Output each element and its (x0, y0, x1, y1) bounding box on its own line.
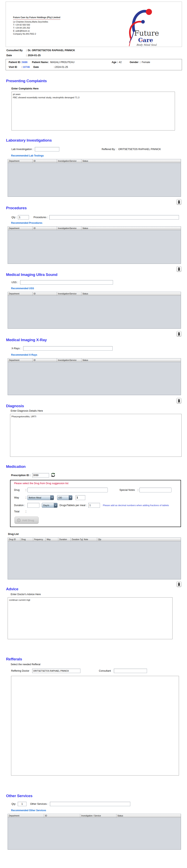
recommended-xray-label: Recommended X-Rays (11, 353, 187, 356)
referral-inputs-row: Reffering Doctor Consultant (11, 669, 187, 673)
drug-list-label: Drug List (8, 533, 187, 535)
patient-id-label: Patient ID (9, 61, 20, 64)
reffering-doctor-input[interactable] (32, 669, 80, 673)
special-notes-input[interactable] (139, 488, 172, 492)
procedures-table-body[interactable] (8, 230, 181, 264)
column-header-note: Note (83, 538, 97, 541)
section-title-procedures: Procedures (6, 206, 187, 210)
way-select[interactable]: Before Meal ▼ (27, 495, 54, 500)
prescription-id-input[interactable] (32, 473, 49, 477)
total-label: Total (14, 510, 25, 513)
drug-delete-row (0, 582, 187, 587)
column-header-department: Department (8, 292, 33, 296)
consultant-input[interactable] (114, 669, 147, 673)
column-header-status: Status (116, 814, 181, 818)
delete-uss-row-button[interactable] (177, 331, 181, 337)
frequency-qty-input[interactable] (76, 495, 85, 500)
xray-table-body[interactable] (8, 362, 181, 395)
column-header-drug: Drug (20, 538, 33, 541)
drug-input[interactable] (27, 488, 108, 492)
procedures-table: Department ID Investigation/Service Stat… (8, 226, 181, 264)
procedures-qty-input[interactable] (18, 215, 29, 219)
trash-icon (178, 200, 180, 204)
uss-input-row: USS : (11, 280, 187, 285)
procedures-input-label: Procedures : (33, 216, 48, 219)
heart-icon: ♥ (141, 39, 143, 41)
add-drug-button[interactable]: + Add Drug (14, 517, 39, 524)
column-header-department: Department (8, 359, 33, 362)
prescription-id-label: Prescription ID : (11, 474, 31, 477)
per-meal-label: Drugs/Tablets per meal : (60, 504, 87, 507)
fraction-note: Please add as decimal numbers when addin… (103, 504, 169, 506)
section-title-medication: Medication (6, 464, 187, 469)
drug-list-table-body[interactable] (8, 541, 181, 579)
plus-icon: + (17, 519, 21, 522)
page-header: Future Care by Future Holdings (Pty) Lim… (6, 2, 182, 47)
referral-listbox[interactable] (11, 676, 179, 776)
company-phone-2: T: +24 84 225 252 (13, 26, 60, 29)
section-title-advice: Advice (6, 587, 187, 591)
delete-lab-row-button[interactable] (177, 199, 181, 205)
other-services-table-body[interactable] (8, 818, 181, 849)
company-name: Future Care by Future Holdings (Pty) Lim… (13, 16, 60, 20)
column-header-status: Status (81, 226, 181, 230)
column-header-qty: Qty (97, 538, 181, 541)
duration-input[interactable] (27, 503, 39, 508)
recommended-uss-label: Recommended USS (11, 287, 187, 290)
futurecare-logo: Future Care ♥ Body Mind Soul (120, 5, 163, 47)
trash-icon (178, 399, 180, 403)
uss-table: Department ID Investigation/Service Stat… (8, 292, 181, 329)
section-title-ultrasound: Medical Imaging Ultra Sound (6, 273, 187, 277)
section-title-referrals: Refferals (6, 657, 187, 661)
patient-name-label: Patient Name (32, 61, 48, 64)
column-header-drug-id: Drug ID (8, 538, 20, 541)
delete-drug-row-button[interactable] (177, 582, 181, 587)
logo-word-care: Care (138, 37, 153, 43)
column-header-duration-type: Duration Type (71, 538, 83, 541)
uss-delete-row (0, 331, 187, 337)
section-title-other-services: Other Services (6, 794, 187, 798)
diagnosis-textarea[interactable]: Pharyngotonsilitis, URTI (10, 414, 182, 457)
other-services-input[interactable] (50, 802, 130, 806)
column-header-investigation: Investigation / Service (80, 814, 116, 818)
consultant-label: Consultant (99, 670, 111, 672)
drug-suggestion-warning: Please select the Drug from Drug suggess… (14, 482, 178, 485)
delete-procedure-row-button[interactable] (177, 266, 181, 272)
reffering-doctor-label: Reffering Doctor (11, 670, 29, 672)
uss-table-body[interactable] (8, 296, 181, 329)
xray-input[interactable] (23, 346, 113, 351)
section-title-xray: Medical Imaging X-Ray (6, 338, 187, 342)
drug-list-table: Drug ID Drug Fequency Way Duration Durat… (8, 537, 181, 580)
delete-xray-row-button[interactable] (177, 398, 181, 403)
lab-table-body[interactable] (8, 163, 181, 196)
procedures-input[interactable] (49, 215, 179, 219)
patient-row-1: Patient ID : 5686 Patient Name : MAGALI … (9, 61, 180, 64)
column-header-id: ID (44, 814, 80, 818)
consult-date-row: Date : 2024-01-25 (6, 54, 187, 57)
way-row: Way : Before Meal ▼ OD ▼ (14, 495, 178, 500)
duration-unit-select[interactable]: Day/s ▼ (42, 503, 58, 508)
advice-textarea[interactable]: continue current mgt (8, 597, 173, 639)
other-services-input-row: Qty: Other Services : (11, 802, 187, 806)
patient-info-box: Patient ID : 5686 Patient Name : MAGALI … (6, 59, 182, 70)
other-services-qty-input[interactable] (18, 802, 27, 806)
procedures-table-header: Department ID Investigation/Service Stat… (8, 226, 181, 230)
frequency-select[interactable]: OD ▼ (57, 495, 72, 500)
section-title-presenting-complaints: Presenting Complaints (6, 79, 187, 83)
complaints-textarea[interactable]: pt seen FBC showed essentially normal st… (11, 92, 175, 130)
procedures-delete-row (0, 266, 187, 272)
age-value: 42 (119, 61, 122, 64)
consult-date-value: 2024-01-25 (28, 54, 41, 57)
lab-investigation-input[interactable] (35, 147, 59, 151)
column-header-department: Department (8, 159, 33, 163)
logo-word-future: Future (134, 29, 159, 37)
refresh-prescription-button[interactable] (51, 472, 55, 478)
uss-input-label: USS : (11, 281, 18, 284)
per-meal-input[interactable] (88, 503, 100, 508)
diagnosis-label: Enter Diagnosis Details Here (11, 409, 187, 412)
consulted-by-label: Consulted By (6, 49, 25, 52)
column-header-status: Status (81, 159, 181, 163)
gender-value: Female (142, 61, 150, 64)
uss-input[interactable] (20, 280, 113, 285)
chevron-down-icon: ▼ (50, 495, 54, 500)
